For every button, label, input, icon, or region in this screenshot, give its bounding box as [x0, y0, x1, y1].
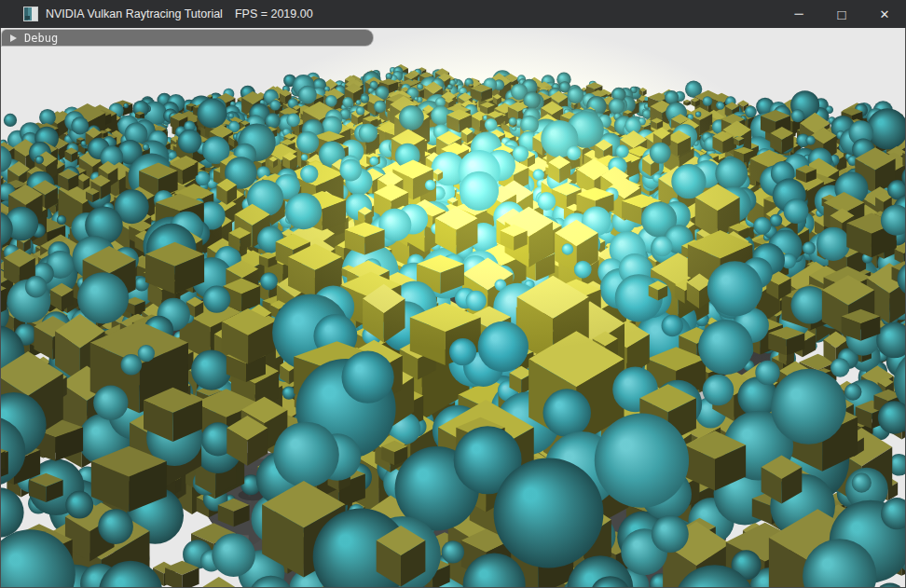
- raytraced-scene-canvas[interactable]: [0, 28, 906, 588]
- app-icon: [23, 7, 38, 21]
- window-title: NVIDIA Vulkan Raytracing Tutorial: [46, 7, 223, 21]
- titlebar: NVIDIA Vulkan Raytracing Tutorial FPS = …: [0, 0, 906, 28]
- render-viewport: Debug: [0, 28, 906, 588]
- app-window: NVIDIA Vulkan Raytracing Tutorial FPS = …: [0, 0, 906, 588]
- maximize-button[interactable]: □: [820, 0, 863, 28]
- debug-panel-header[interactable]: Debug: [2, 30, 373, 46]
- fps-counter: FPS = 2019.00: [235, 7, 313, 21]
- close-icon: ✕: [880, 7, 890, 21]
- close-button[interactable]: ✕: [863, 0, 906, 28]
- minimize-button[interactable]: ─: [777, 0, 820, 28]
- minimize-icon: ─: [794, 7, 803, 21]
- maximize-icon: □: [837, 7, 845, 22]
- collapse-arrow-icon: [10, 34, 17, 42]
- debug-panel-label: Debug: [24, 32, 58, 45]
- window-controls: ─ □ ✕: [777, 0, 906, 28]
